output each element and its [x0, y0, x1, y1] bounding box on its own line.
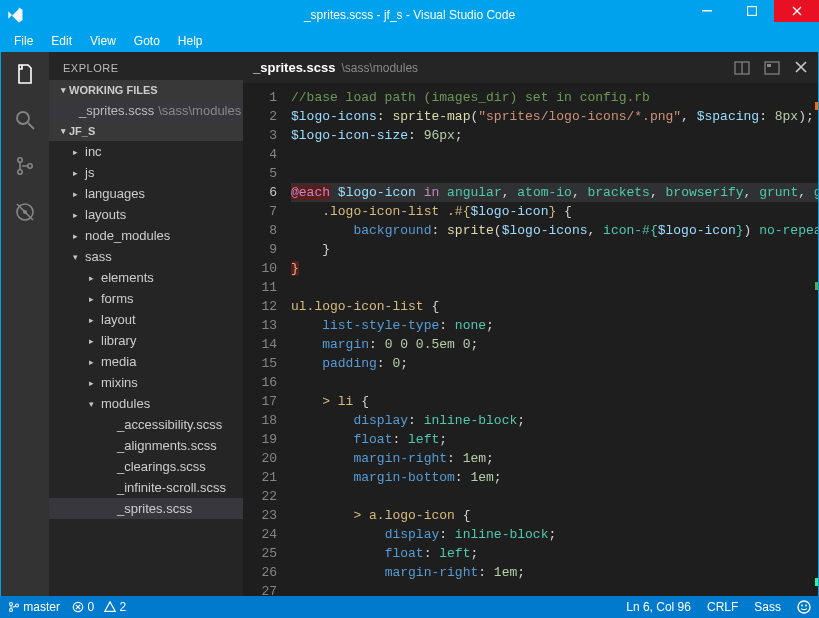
more-icon[interactable]	[764, 60, 780, 76]
svg-rect-1	[747, 7, 756, 16]
folder-elements[interactable]: ▸elements	[49, 267, 243, 288]
folder-mixins[interactable]: ▸mixins	[49, 372, 243, 393]
tab-path: \sass\modules	[341, 61, 418, 75]
menu-edit[interactable]: Edit	[43, 32, 80, 50]
problems[interactable]: 0 2	[72, 600, 126, 614]
folder-modules[interactable]: ▾modules	[49, 393, 243, 414]
menu-file[interactable]: File	[6, 32, 41, 50]
tree-item-label: library	[101, 333, 136, 348]
menu-view[interactable]: View	[82, 32, 124, 50]
folder-sass[interactable]: ▾sass	[49, 246, 243, 267]
tree-item-label: layouts	[85, 207, 126, 222]
tree-item-label: _clearings.scss	[117, 459, 206, 474]
svg-point-19	[805, 605, 807, 607]
svg-rect-12	[767, 64, 771, 67]
explorer-icon[interactable]	[11, 60, 39, 88]
file--alignments-scss[interactable]: _alignments.scss	[49, 435, 243, 456]
chevron-right-icon: ▸	[89, 378, 101, 388]
window-controls	[684, 0, 819, 30]
chevron-right-icon: ▸	[73, 210, 85, 220]
tab-actions	[734, 60, 808, 76]
tree-item-label: node_modules	[85, 228, 170, 243]
tree-item-label: languages	[85, 186, 145, 201]
svg-point-6	[28, 164, 32, 168]
language-mode[interactable]: Sass	[754, 600, 781, 614]
tree-item-label: layout	[101, 312, 136, 327]
svg-point-5	[18, 170, 22, 174]
chevron-right-icon: ▸	[89, 273, 101, 283]
close-editor-icon[interactable]	[794, 60, 808, 76]
tab-bar: _sprites.scss \sass\modules	[243, 52, 818, 84]
svg-point-18	[801, 605, 803, 607]
cursor-position[interactable]: Ln 6, Col 96	[626, 600, 691, 614]
code-lines[interactable]: //base load path (images_dir) set in con…	[287, 84, 818, 596]
folder-languages[interactable]: ▸languages	[49, 183, 243, 204]
chevron-right-icon: ▸	[89, 357, 101, 367]
svg-point-4	[18, 158, 22, 162]
svg-point-14	[10, 609, 13, 612]
tree-item-label: _infinite-scroll.scss	[117, 480, 226, 495]
folder-inc[interactable]: ▸inc	[49, 141, 243, 162]
working-files-header[interactable]: ▾ WORKING FILES	[49, 80, 243, 100]
tree-item-label: forms	[101, 291, 134, 306]
working-file-name: _sprites.scss	[79, 103, 154, 118]
tree-item-label: mixins	[101, 375, 138, 390]
svg-point-8	[23, 210, 27, 214]
folder-js[interactable]: ▸js	[49, 162, 243, 183]
folder-media[interactable]: ▸media	[49, 351, 243, 372]
editor: _sprites.scss \sass\modules 123456789101…	[243, 52, 818, 596]
main: EXPLORE ▾ WORKING FILES _sprites.scss \s…	[0, 52, 819, 596]
file--infinite-scroll-scss[interactable]: _infinite-scroll.scss	[49, 477, 243, 498]
file--sprites-scss[interactable]: _sprites.scss	[49, 498, 243, 519]
folder-layouts[interactable]: ▸layouts	[49, 204, 243, 225]
file--clearings-scss[interactable]: _clearings.scss	[49, 456, 243, 477]
svg-point-17	[798, 601, 810, 613]
folder-node-modules[interactable]: ▸node_modules	[49, 225, 243, 246]
split-editor-icon[interactable]	[734, 60, 750, 76]
search-icon[interactable]	[11, 106, 39, 134]
tree-item-label: _accessibility.scss	[117, 417, 222, 432]
menu-goto[interactable]: Goto	[126, 32, 168, 50]
folder-library[interactable]: ▸library	[49, 330, 243, 351]
project-label: JF_S	[69, 125, 95, 137]
eol-indicator[interactable]: CRLF	[707, 600, 738, 614]
tree-item-label: js	[85, 165, 94, 180]
working-file-path: \sass\modules	[158, 103, 241, 118]
project-header[interactable]: ▾ JF_S	[49, 121, 243, 141]
feedback-icon[interactable]	[797, 600, 811, 614]
working-file-item[interactable]: _sprites.scss \sass\modules	[49, 100, 243, 121]
titlebar: _sprites.scss - jf_s - Visual Studio Cod…	[0, 0, 819, 30]
warnings-count: 2	[119, 600, 126, 614]
chevron-right-icon: ▸	[89, 294, 101, 304]
menu-help[interactable]: Help	[170, 32, 211, 50]
file--accessibility-scss[interactable]: _accessibility.scss	[49, 414, 243, 435]
chevron-down-icon: ▾	[73, 252, 85, 262]
chevron-right-icon: ▸	[89, 315, 101, 325]
file-tree: ▸inc▸js▸languages▸layouts▸node_modules▾s…	[49, 141, 243, 596]
tree-item-label: elements	[101, 270, 154, 285]
maximize-button[interactable]	[729, 0, 774, 22]
code-editor[interactable]: 1234567891011121314151617181920212223242…	[243, 84, 818, 596]
tree-item-label: _alignments.scss	[117, 438, 217, 453]
minimize-button[interactable]	[684, 0, 729, 22]
chevron-down-icon: ▾	[57, 85, 69, 95]
folder-forms[interactable]: ▸forms	[49, 288, 243, 309]
git-icon[interactable]	[11, 152, 39, 180]
sidebar: EXPLORE ▾ WORKING FILES _sprites.scss \s…	[49, 52, 243, 596]
tree-item-label: inc	[85, 144, 102, 159]
chevron-down-icon: ▾	[57, 126, 69, 136]
debug-icon[interactable]	[11, 198, 39, 226]
svg-rect-11	[765, 62, 779, 74]
overview-ruler	[815, 84, 818, 596]
close-button[interactable]	[774, 0, 819, 22]
statusbar: master 0 2 Ln 6, Col 96 CRLF Sass	[0, 596, 819, 618]
branch-label: master	[23, 600, 60, 614]
folder-layout[interactable]: ▸layout	[49, 309, 243, 330]
tree-item-label: _sprites.scss	[117, 501, 192, 516]
tab-name[interactable]: _sprites.scss	[253, 60, 335, 75]
menubar: File Edit View Goto Help	[0, 30, 819, 52]
sidebar-title: EXPLORE	[49, 52, 243, 80]
chevron-right-icon: ▸	[73, 189, 85, 199]
tree-item-label: modules	[101, 396, 150, 411]
git-branch[interactable]: master	[8, 600, 60, 614]
